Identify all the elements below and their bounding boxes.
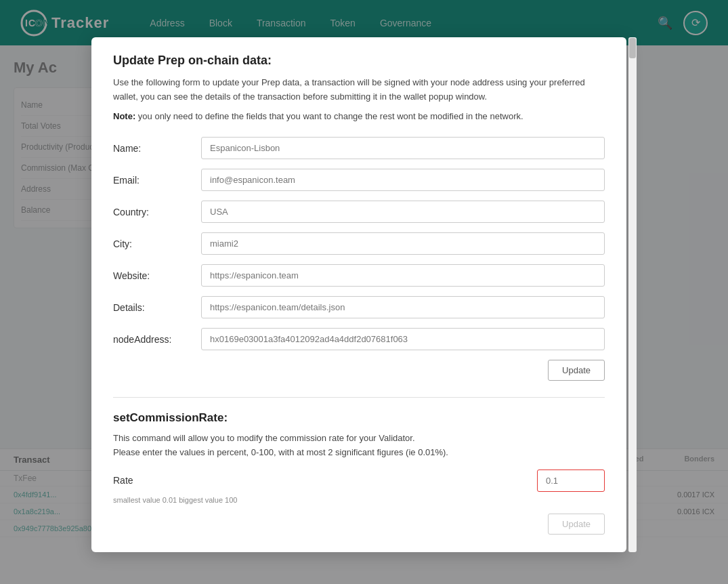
commission-desc: This command will allow you to modify th… (113, 432, 605, 460)
form-row-email: Email: (113, 169, 605, 191)
form-row-city: City: (113, 232, 605, 255)
input-email[interactable] (201, 169, 605, 191)
input-country[interactable] (201, 201, 605, 223)
rate-hint: smallest value 0.01 biggest value 100 (113, 496, 605, 504)
scrollbar-thumb[interactable] (629, 38, 636, 58)
rate-row: Rate (113, 470, 605, 492)
form-row-name: Name: (113, 137, 605, 159)
input-name[interactable] (201, 137, 605, 159)
form-row-website: Website: (113, 264, 605, 287)
label-country: Country: (113, 207, 201, 217)
modal-note-strong: Note: (113, 111, 135, 121)
form-row-nodeaddress: nodeAddress: (113, 328, 605, 350)
rate-input[interactable] (537, 470, 605, 492)
update-button-row: Update (113, 360, 605, 392)
rate-label: Rate (113, 475, 537, 486)
commission-title: setCommissionRate: (113, 411, 605, 425)
label-name: Name: (113, 143, 201, 154)
section-divider (113, 397, 605, 398)
label-city: City: (113, 238, 201, 249)
label-nodeaddress: nodeAddress: (113, 334, 201, 345)
input-nodeaddress[interactable] (201, 328, 605, 350)
update-commission-button[interactable]: Update (548, 514, 605, 535)
input-details[interactable] (201, 296, 605, 318)
modal-note: Note: you only need to define the fields… (113, 110, 605, 124)
label-website: Website: (113, 270, 201, 281)
form-row-country: Country: (113, 201, 605, 223)
modal-title: Update Prep on-chain data: (113, 54, 605, 68)
label-details: Details: (113, 302, 201, 313)
modal-description: Use the following form to update your Pr… (113, 76, 605, 104)
modal-scrollbar[interactable] (628, 37, 637, 552)
modal-note-text: you only need to define the fields that … (135, 111, 523, 121)
input-city[interactable] (201, 232, 605, 255)
input-website[interactable] (201, 264, 605, 287)
commission-update-row: Update (113, 514, 605, 545)
form-row-details: Details: (113, 296, 605, 318)
modal: Update Prep on-chain data: Use the follo… (91, 37, 626, 552)
label-email: Email: (113, 175, 201, 186)
update-prep-button[interactable]: Update (548, 360, 605, 381)
